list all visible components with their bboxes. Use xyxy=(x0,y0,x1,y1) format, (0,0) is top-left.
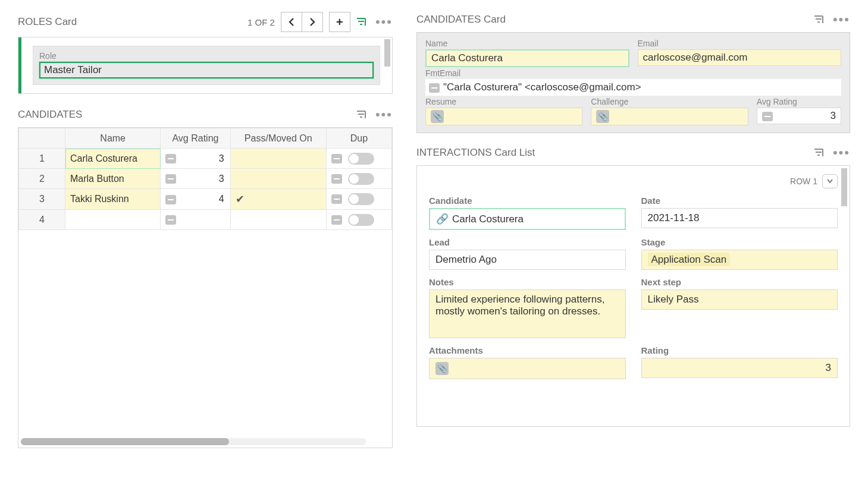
more-icon[interactable]: ••• xyxy=(833,145,850,160)
avg-label: Avg Rating xyxy=(757,97,841,106)
lead-field[interactable]: Demetrio Ago xyxy=(429,250,626,270)
formula-icon xyxy=(165,154,176,163)
add-button[interactable]: + xyxy=(329,12,350,32)
attachments-field[interactable]: 📎 xyxy=(429,358,626,379)
table-row[interactable]: 2Marla Button3 xyxy=(19,169,392,189)
next-button[interactable] xyxy=(302,12,323,32)
formula-icon xyxy=(331,194,342,204)
candidate-card: Name Carla Costurera Email carloscose@gm… xyxy=(416,32,850,133)
cell-pass[interactable]: ✔ xyxy=(230,189,326,210)
filter-icon[interactable] xyxy=(813,146,826,159)
challenge-field[interactable]: 📎 xyxy=(591,108,748,125)
resume-label: Resume xyxy=(425,97,582,106)
cell-dup[interactable] xyxy=(327,189,392,210)
col-pass[interactable]: Pass/Moved On xyxy=(230,128,326,149)
notes-field[interactable]: Limited experience following patterns, m… xyxy=(429,289,626,338)
formula-icon xyxy=(331,154,342,163)
email-label: Email xyxy=(638,39,842,48)
cell-pass[interactable] xyxy=(230,169,326,189)
prev-button[interactable] xyxy=(281,12,302,32)
formula-icon xyxy=(165,174,176,184)
formula-icon xyxy=(429,83,440,93)
fmtemail-label: FmtEmail xyxy=(425,68,841,78)
filter-icon[interactable] xyxy=(813,13,826,26)
cell-rating[interactable] xyxy=(161,210,230,230)
fmtemail-field[interactable]: "Carla Costurera" <carloscose@gmail.com> xyxy=(425,79,841,96)
more-icon[interactable]: ••• xyxy=(833,12,850,27)
cell-rating[interactable]: 3 xyxy=(161,169,230,189)
candidate-card-title: CANDIDATES Card xyxy=(416,14,808,26)
roles-card: Role Master Tailor xyxy=(18,37,393,94)
candidates-header: CANDIDATES ••• xyxy=(18,107,393,122)
toggle[interactable] xyxy=(348,193,374,205)
challenge-label: Challenge xyxy=(591,97,748,106)
row-dropdown-button[interactable] xyxy=(822,174,838,188)
candidate-card-header: CANDIDATES Card ••• xyxy=(416,12,850,27)
name-label: Name xyxy=(425,39,629,48)
col-rating[interactable]: Avg Rating xyxy=(161,128,230,149)
cell-dup[interactable] xyxy=(327,149,392,169)
date-field[interactable]: 2021-11-18 xyxy=(641,208,838,228)
roles-pager: 1 OF 2 xyxy=(247,17,275,27)
cell-dup[interactable] xyxy=(327,210,392,230)
h-scrollbar[interactable] xyxy=(21,438,366,445)
formula-icon xyxy=(165,195,176,204)
candidate-field[interactable]: 🔗Carla Costurera xyxy=(429,208,626,230)
cell-pass[interactable] xyxy=(230,210,326,230)
cell-name[interactable] xyxy=(65,210,161,230)
row-number: 4 xyxy=(19,210,65,230)
interactions-title: INTERACTIONS Card List xyxy=(416,147,808,159)
attachment-icon: 📎 xyxy=(435,362,449,375)
name-field[interactable]: Carla Costurera xyxy=(425,49,629,67)
email-field[interactable]: carloscose@gmail.com xyxy=(638,49,842,66)
scrollbar[interactable] xyxy=(384,39,390,67)
formula-icon xyxy=(331,215,342,225)
col-dup[interactable]: Dup xyxy=(327,128,392,149)
link-icon: 🔗 xyxy=(436,213,449,225)
toggle[interactable] xyxy=(348,173,374,185)
stage-field[interactable]: Application Scan xyxy=(641,250,838,270)
col-name[interactable]: Name xyxy=(65,128,161,149)
cell-pass[interactable] xyxy=(230,149,326,169)
role-input[interactable]: Master Tailor xyxy=(39,62,374,78)
formula-icon xyxy=(762,112,773,121)
toggle[interactable] xyxy=(348,153,374,165)
interactions-card: ROW 1 Candidate 🔗Carla Costurera Date 20… xyxy=(416,165,850,427)
rating-field[interactable]: 3 xyxy=(641,358,838,378)
table-row[interactable]: 3Takki Ruskinn4✔ xyxy=(19,189,392,210)
attachment-icon: 📎 xyxy=(431,110,444,123)
table-row[interactable]: 4 xyxy=(19,210,392,230)
candidates-table: Name Avg Rating Pass/Moved On Dup 1Carla… xyxy=(18,127,393,448)
date-label: Date xyxy=(641,196,838,206)
attachment-icon: 📎 xyxy=(596,110,609,123)
more-icon[interactable]: ••• xyxy=(375,14,393,30)
row-number: 2 xyxy=(19,169,65,189)
cell-name[interactable]: Takki Ruskinn xyxy=(65,189,161,210)
cell-rating[interactable]: 3 xyxy=(161,149,230,169)
notes-label: Notes xyxy=(429,277,626,287)
nextstep-label: Next step xyxy=(641,277,838,287)
cell-dup[interactable] xyxy=(327,169,392,189)
attachments-label: Attachments xyxy=(429,345,626,355)
filter-icon[interactable] xyxy=(355,15,368,29)
resume-field[interactable]: 📎 xyxy=(425,108,582,125)
row-counter: ROW 1 xyxy=(790,177,817,186)
cell-name[interactable]: Marla Button xyxy=(65,169,161,189)
roles-title: ROLES Card xyxy=(18,16,247,28)
toggle[interactable] xyxy=(348,214,374,226)
table-row[interactable]: 1Carla Costurera3 xyxy=(19,149,392,169)
cell-rating[interactable]: 4 xyxy=(161,189,230,210)
candidate-label: Candidate xyxy=(429,196,626,206)
lead-label: Lead xyxy=(429,237,626,247)
filter-icon[interactable] xyxy=(355,108,368,121)
avg-rating-field[interactable]: 3 xyxy=(757,108,841,124)
roles-header: ROLES Card 1 OF 2 + ••• xyxy=(18,12,393,32)
more-icon[interactable]: ••• xyxy=(375,107,393,122)
rating-label: Rating xyxy=(641,345,838,355)
candidates-title: CANDIDATES xyxy=(18,109,350,121)
nextstep-field[interactable]: Likely Pass xyxy=(641,289,838,310)
formula-icon xyxy=(331,174,342,184)
formula-icon xyxy=(165,215,176,225)
scrollbar[interactable] xyxy=(841,168,847,206)
cell-name[interactable]: Carla Costurera xyxy=(65,149,161,169)
